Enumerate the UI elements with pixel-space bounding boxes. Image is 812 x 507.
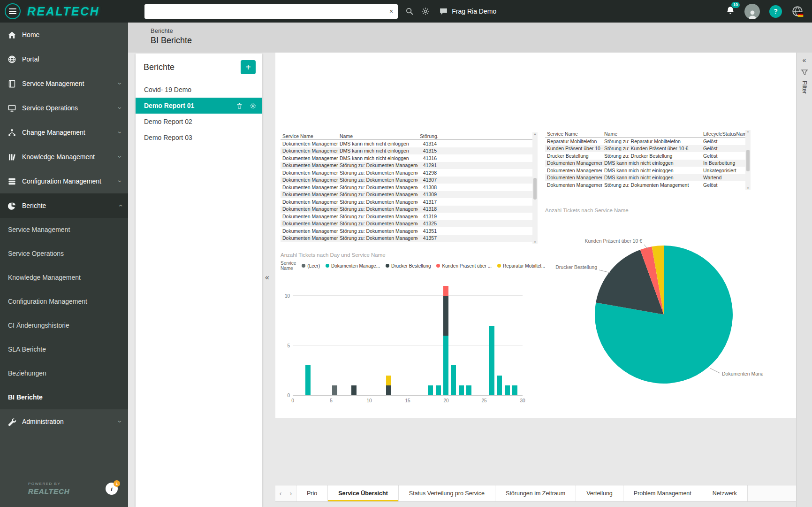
search-icon[interactable] bbox=[405, 7, 414, 15]
bar[interactable] bbox=[497, 376, 502, 395]
sidebar-subitem-knowledge-management[interactable]: Knowledge Management bbox=[0, 266, 128, 290]
table-row[interactable]: Dokumenten ManagementStörung zu: Dokumen… bbox=[545, 181, 751, 189]
scroll-up-icon[interactable]: ▲ bbox=[747, 130, 750, 133]
table-row[interactable]: Dokumenten ManagementStörung zu: Dokumen… bbox=[281, 169, 538, 177]
sidebar-item-knowledge-management[interactable]: Knowledge Management› bbox=[0, 145, 128, 169]
scroll-down-icon[interactable]: ▼ bbox=[747, 187, 750, 190]
tab-prio[interactable]: Prio bbox=[296, 485, 328, 501]
table-row[interactable]: Dokumenten ManagementDMS kann mich nicht… bbox=[281, 140, 538, 147]
help-button[interactable]: ? bbox=[769, 5, 782, 18]
bar[interactable] bbox=[512, 385, 517, 395]
report-item-demo-report-03[interactable]: Demo Report 03 bbox=[136, 130, 262, 146]
tabs-scroll-left-button[interactable]: ‹ bbox=[275, 485, 286, 501]
sidebar-item-home[interactable]: Home bbox=[0, 23, 128, 47]
scroll-up-icon[interactable]: ▲ bbox=[534, 132, 537, 135]
sidebar-item-administration[interactable]: Administration› bbox=[0, 409, 128, 434]
scrollbar-thumb[interactable] bbox=[746, 150, 750, 171]
trash-icon[interactable] bbox=[236, 102, 243, 109]
language-globe-icon[interactable] bbox=[791, 5, 804, 17]
table-column-header[interactable]: Name bbox=[602, 131, 701, 137]
filter-icon[interactable] bbox=[801, 69, 808, 76]
tab-verteilung[interactable]: Verteilung bbox=[576, 485, 623, 501]
sidebar-subitem-bi-berichte[interactable]: BI Berichte bbox=[0, 385, 128, 409]
bar[interactable] bbox=[443, 286, 448, 395]
sidebar-subitem-service-management[interactable]: Service Management bbox=[0, 218, 128, 242]
table-column-header[interactable]: Service Name bbox=[281, 133, 338, 139]
bar[interactable] bbox=[351, 385, 357, 395]
table-row[interactable]: Dokumenten ManagementDMS kann mich nicht… bbox=[545, 174, 751, 182]
bar[interactable] bbox=[305, 365, 311, 395]
table-row[interactable]: Dokumenten ManagementDMS kann mich nicht… bbox=[281, 154, 538, 162]
table-row[interactable]: Dokumenten ManagementStörung zu: Dokumen… bbox=[281, 206, 538, 213]
table-row[interactable]: Dokumenten ManagementStörung zu: Dokumen… bbox=[281, 213, 538, 220]
collapse-panel-icon[interactable]: « bbox=[265, 273, 269, 282]
sidebar-subitem-service-operations[interactable]: Service Operations bbox=[0, 242, 128, 266]
tab-st-rungen-im-zeitraum[interactable]: Störungen im Zeitraum bbox=[495, 485, 576, 501]
notifications-button[interactable]: 10 bbox=[726, 6, 735, 17]
table-column-header[interactable]: Name bbox=[338, 133, 418, 139]
tabs-scroll-right-button[interactable]: › bbox=[286, 485, 296, 501]
search-input[interactable] bbox=[144, 4, 385, 19]
table-row[interactable]: Dokumenten ManagementStörung zu: Dokumen… bbox=[281, 184, 538, 191]
bar[interactable] bbox=[386, 376, 391, 395]
sidebar-subitem-beziehungen[interactable]: Beziehungen bbox=[0, 361, 128, 385]
table-row[interactable]: Dokumenten ManagementDMS kann mich nicht… bbox=[545, 160, 751, 167]
clear-search-icon[interactable]: × bbox=[385, 8, 398, 15]
table-row[interactable]: Reparatur MobiltelefonStörung zu: Repara… bbox=[545, 138, 751, 145]
tab-problem-management[interactable]: Problem Management bbox=[623, 485, 702, 501]
table-row[interactable]: Dokumenten ManagementStörung zu: Dokumen… bbox=[281, 235, 538, 242]
legend-item-dokumenten-manage[interactable]: Dokumenten Manage... bbox=[326, 263, 380, 269]
sidebar-item-service-management[interactable]: Service Management› bbox=[0, 71, 128, 96]
report-item-demo-report-01[interactable]: Demo Report 01 bbox=[136, 98, 262, 114]
bar[interactable] bbox=[459, 385, 464, 395]
menu-button[interactable] bbox=[5, 3, 21, 19]
bar[interactable] bbox=[451, 365, 456, 395]
bar[interactable] bbox=[436, 385, 441, 395]
table-scrollbar[interactable]: ▲▼ bbox=[532, 132, 538, 244]
add-report-button[interactable]: + bbox=[241, 60, 256, 74]
sidebar-item-portal[interactable]: Portal bbox=[0, 47, 128, 71]
table-row[interactable]: Dokumenten ManagementStörung zu: Dokumen… bbox=[281, 227, 538, 235]
table-column-header[interactable]: Service Name bbox=[545, 131, 602, 137]
sidebar-subitem-ci-nderungshistorie[interactable]: CI Änderungshistorie bbox=[0, 314, 128, 338]
scrollbar-thumb[interactable] bbox=[533, 178, 537, 200]
scroll-down-icon[interactable]: ▼ bbox=[534, 241, 537, 244]
bar[interactable] bbox=[489, 326, 494, 395]
table-row[interactable]: Dokumenten ManagementStörung zu: Dokumen… bbox=[281, 177, 538, 184]
table-row[interactable]: Dokumenten ManagementStörung zu: Dokumen… bbox=[281, 220, 538, 228]
table-row[interactable]: Dokumenten ManagementStörung zu: Dokumen… bbox=[281, 198, 538, 206]
table-column-header[interactable]: LifecycleStatusName bbox=[701, 131, 748, 137]
search-settings-icon[interactable] bbox=[421, 7, 430, 15]
table-row[interactable]: Kunden Präsent über 10 €Störung zu: Kund… bbox=[545, 145, 751, 153]
sidebar-subitem-configuration-management[interactable]: Configuration Management bbox=[0, 290, 128, 314]
sidebar-subitem-sla-berichte[interactable]: SLA Berichte bbox=[0, 338, 128, 361]
info-button[interactable]: i 1 bbox=[106, 483, 118, 495]
legend-item-kunden-pr-sent-ber[interactable]: Kunden Präsent über ... bbox=[436, 263, 492, 269]
bar[interactable] bbox=[428, 385, 433, 395]
table-row[interactable]: Dokumenten ManagementDMS kann mich nicht… bbox=[281, 147, 538, 155]
table-row[interactable]: Dokumenten ManagementDMS kann mich nicht… bbox=[545, 167, 751, 174]
expand-filter-pane-icon[interactable]: « bbox=[803, 56, 806, 64]
table-column-header[interactable]: Störung... bbox=[418, 133, 439, 139]
legend-item-drucker-bestellung[interactable]: Drucker Bestellung bbox=[386, 263, 431, 269]
table-row[interactable]: Dokumenten ManagementStörung zu: Dokumen… bbox=[281, 191, 538, 199]
breadcrumb-parent[interactable]: Berichte bbox=[151, 27, 812, 34]
report-item-demo-report-02[interactable]: Demo Report 02 bbox=[136, 114, 262, 130]
table-row[interactable]: Drucker BestellungStörung zu: Drucker Be… bbox=[545, 152, 751, 160]
tab-status-verteilung-pro-service[interactable]: Status Verteilung pro Service bbox=[399, 485, 495, 501]
gear-icon[interactable] bbox=[250, 102, 257, 109]
legend-item-leer[interactable]: (Leer) bbox=[302, 263, 320, 269]
table-scrollbar[interactable]: ▲▼ bbox=[745, 130, 751, 190]
sidebar-item-service-operations[interactable]: Service Operations› bbox=[0, 96, 128, 120]
bar[interactable] bbox=[505, 385, 510, 395]
sidebar-item-berichte[interactable]: Berichte› bbox=[0, 193, 128, 218]
assistant-button[interactable]: Frag Ria Demo bbox=[439, 7, 496, 16]
tab-netzwerk[interactable]: Netzwerk bbox=[702, 485, 748, 501]
table-row[interactable]: Dokumenten ManagementStörung zu: Dokumen… bbox=[281, 162, 538, 169]
report-item-covid-19-demo[interactable]: Covid- 19 Demo bbox=[136, 82, 262, 98]
sidebar-item-configuration-management[interactable]: Configuration Management› bbox=[0, 169, 128, 193]
bar[interactable] bbox=[466, 385, 471, 395]
bar[interactable] bbox=[332, 385, 337, 395]
avatar[interactable] bbox=[744, 4, 760, 19]
tab-service-bersicht[interactable]: Service Übersicht bbox=[328, 485, 399, 501]
